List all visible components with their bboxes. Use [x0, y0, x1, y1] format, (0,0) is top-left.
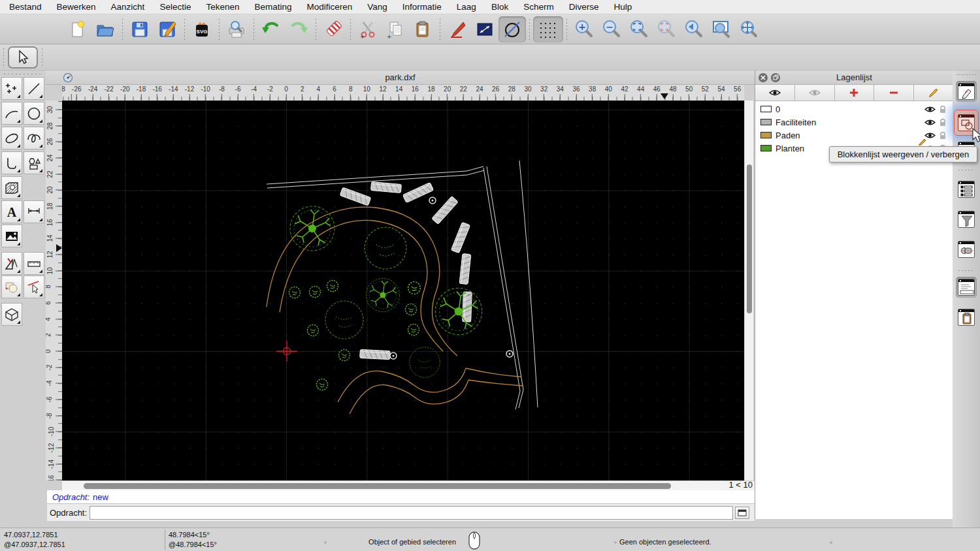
- layer-row-0[interactable]: 0: [755, 102, 953, 116]
- ruler-cursor-marker-v: [56, 244, 62, 252]
- selection-tool-button[interactable]: [8, 46, 38, 69]
- save-as-button[interactable]: [154, 16, 181, 42]
- line-tool-button[interactable]: [24, 77, 44, 100]
- plus-icon: [849, 88, 858, 97]
- spline-tool-button[interactable]: [24, 127, 44, 150]
- zoom-window-button[interactable]: [708, 16, 735, 42]
- print-preview-button[interactable]: [223, 16, 250, 42]
- menu-vang[interactable]: Vang: [367, 2, 387, 12]
- ruler-label: 46: [653, 86, 661, 93]
- new-file-button[interactable]: [64, 16, 91, 42]
- layer-row-faciliteiten[interactable]: Faciliteiten: [755, 116, 953, 129]
- layer-visibility-eye-icon[interactable]: [923, 106, 936, 113]
- ruler-label: 10: [46, 267, 54, 274]
- show-all-layers-button[interactable]: [755, 85, 795, 101]
- layer-lock-icon[interactable]: [936, 118, 949, 127]
- zoom-out-button[interactable]: −: [598, 16, 625, 42]
- ruler-label: 30: [524, 86, 531, 93]
- vertical-scrollbar-thumb[interactable]: [747, 165, 752, 313]
- eraser-button[interactable]: [319, 16, 347, 42]
- layer-visibility-eye-icon[interactable]: [923, 119, 936, 126]
- text-tool-button[interactable]: A: [1, 200, 22, 223]
- menu-aanzicht[interactable]: Aanzicht: [111, 2, 145, 12]
- layer-color-swatch: [760, 145, 772, 151]
- dimension-tool-button[interactable]: [24, 200, 44, 223]
- previous-view-button[interactable]: [680, 16, 708, 42]
- pan-button[interactable]: [735, 16, 762, 42]
- hatch-tool-button[interactable]: [1, 176, 22, 199]
- viewport-tool-button[interactable]: [956, 239, 977, 260]
- horizontal-scrollbar-thumb[interactable]: [84, 483, 671, 489]
- open-file-button[interactable]: [91, 16, 119, 42]
- zoom-selection-button[interactable]: [653, 16, 680, 42]
- panel-float-button[interactable]: [771, 73, 780, 82]
- window-icon: [738, 509, 747, 516]
- copy-button[interactable]: +: [382, 16, 409, 42]
- misc-draw-tool-button[interactable]: [1, 252, 22, 275]
- command-window-icon: [958, 279, 975, 296]
- ruler-label: 14: [395, 86, 402, 93]
- command-input[interactable]: [90, 506, 733, 520]
- ruler-label: -4: [46, 381, 53, 386]
- ruler-tool-button[interactable]: [24, 252, 44, 275]
- menu-blok[interactable]: Blok: [491, 2, 508, 12]
- edit-layer-button[interactable]: [914, 85, 953, 101]
- command-line-button[interactable]: [956, 277, 977, 298]
- remove-layer-button[interactable]: [874, 85, 914, 101]
- image-tool-button[interactable]: [1, 225, 22, 247]
- save-button[interactable]: [126, 16, 154, 42]
- menu-hulp[interactable]: Hulp: [613, 2, 632, 12]
- drawing-canvas[interactable]: [62, 101, 744, 480]
- menu-bestand[interactable]: Bestand: [9, 2, 42, 12]
- menu-bemating[interactable]: Bemating: [254, 2, 291, 12]
- polyline-tool-button[interactable]: [1, 151, 22, 174]
- layer-lock-icon[interactable]: [936, 131, 949, 140]
- ruler-label: 2: [301, 86, 304, 93]
- vertical-scrollbar[interactable]: [744, 101, 753, 480]
- coordinate-absolute: 47.0937,12.7851: [4, 530, 65, 540]
- restrict-angle-button[interactable]: [498, 16, 526, 42]
- auto-zoom-button[interactable]: [625, 16, 653, 42]
- command-popup-button[interactable]: [735, 507, 749, 519]
- arc-tool-button[interactable]: [1, 102, 22, 125]
- clipboard-panel-button[interactable]: [956, 307, 977, 328]
- cut-button[interactable]: +: [354, 16, 382, 42]
- menu-modificeren[interactable]: Modificeren: [307, 2, 353, 12]
- circle-tool-button[interactable]: [24, 102, 44, 125]
- command-prompt-row: Opdracht:: [47, 504, 755, 521]
- grid-toggle-button[interactable]: [533, 16, 563, 42]
- trim-tool-button[interactable]: [24, 276, 44, 298]
- ruler-label: 26: [492, 86, 499, 93]
- menu-diverse[interactable]: Diverse: [569, 2, 599, 12]
- menu-bewerken[interactable]: Bewerken: [57, 2, 96, 12]
- horizontal-scrollbar[interactable]: [62, 480, 755, 490]
- menu-laag[interactable]: Laag: [457, 2, 476, 12]
- panel-close-button[interactable]: [759, 73, 768, 82]
- redo-button[interactable]: [285, 16, 312, 42]
- selection-filter-button[interactable]: [956, 209, 977, 230]
- layer-lock-icon[interactable]: [936, 105, 949, 114]
- menu-informatie[interactable]: Informatie: [402, 2, 442, 12]
- menu-scherm[interactable]: Scherm: [523, 2, 554, 12]
- ellipse-tool-button[interactable]: [1, 127, 22, 150]
- paste-button[interactable]: [409, 16, 436, 42]
- ruler-label: 50: [685, 86, 693, 93]
- point-tool-button[interactable]: [1, 77, 22, 100]
- hide-all-layers-button[interactable]: [795, 85, 835, 101]
- modify-tool-button[interactable]: [1, 276, 22, 298]
- measure-button[interactable]: [471, 16, 498, 42]
- zoom-in-button[interactable]: +: [570, 16, 598, 42]
- 3d-tool-button[interactable]: [1, 303, 22, 326]
- menu-selectie[interactable]: Selectie: [159, 2, 191, 12]
- ruler-cursor-marker-h: [661, 93, 668, 99]
- undo-button[interactable]: [257, 16, 285, 42]
- list-view-button[interactable]: [956, 179, 977, 200]
- svg-export-button[interactable]: SVG: [188, 16, 216, 42]
- property-editor-button[interactable]: [956, 81, 977, 102]
- layer-visibility-eye-icon[interactable]: [923, 132, 936, 139]
- menu-tekenen[interactable]: Tekenen: [206, 2, 239, 12]
- ruler-label: 22: [460, 86, 467, 93]
- shape-tool-button[interactable]: [24, 151, 44, 174]
- add-layer-button[interactable]: [835, 85, 875, 101]
- draw-pencil-button[interactable]: [444, 16, 471, 42]
